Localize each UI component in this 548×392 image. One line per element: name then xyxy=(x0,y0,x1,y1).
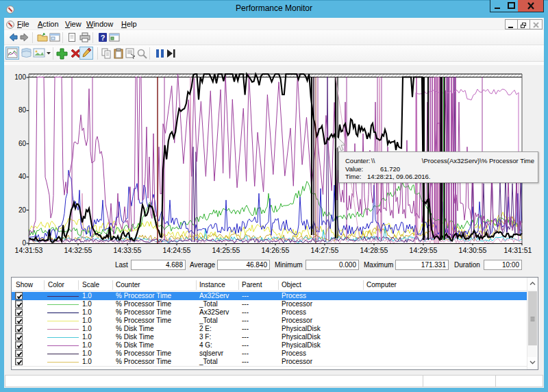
svg-text:?: ? xyxy=(101,34,105,42)
